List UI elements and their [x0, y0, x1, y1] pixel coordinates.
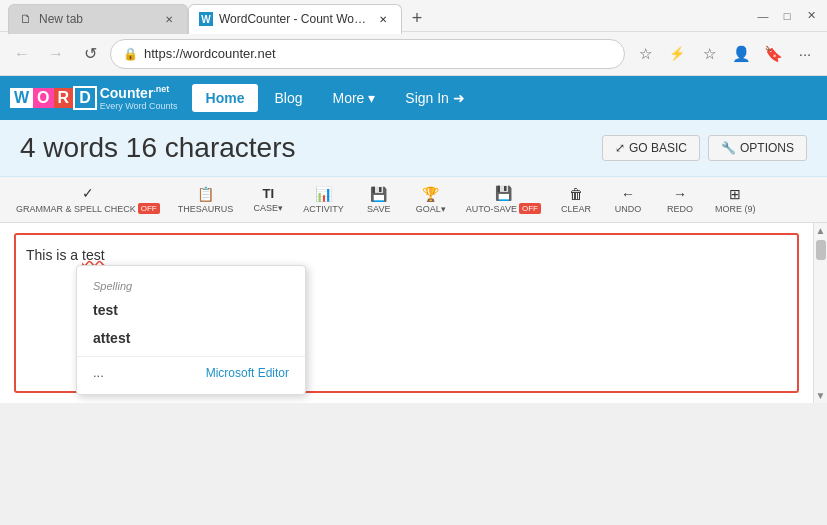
nav-menu: Home Blog More ▾ Sign In ➜ [192, 84, 479, 112]
goal-label: GOAL▾ [416, 204, 446, 214]
toolbar-more[interactable]: ⊞ MORE (9) [707, 182, 764, 218]
spell-suggestion-0[interactable]: test [77, 296, 305, 324]
stats-bar: 4 words 16 characters ⤢ GO BASIC 🔧 OPTIO… [0, 120, 827, 177]
content-wrapper: This is a test Spelling test attest ... … [0, 223, 827, 403]
tab-close-wordcounter[interactable]: ✕ [375, 11, 391, 27]
go-basic-icon: ⤢ [615, 141, 625, 155]
activity-label: ACTIVITY [303, 204, 344, 214]
nav-signin[interactable]: Sign In ➜ [391, 84, 478, 112]
logo-counter-text: Counter.net [100, 85, 178, 101]
tab-close-newtab[interactable]: ✕ [161, 11, 177, 27]
toolbar-case[interactable]: TI CASE▾ [243, 182, 293, 217]
favorites-icon[interactable]: ☆ [631, 40, 659, 68]
logo-r: R [54, 88, 74, 108]
thesaurus-icon: 📋 [197, 186, 214, 202]
more-menu-icon[interactable]: ··· [791, 40, 819, 68]
more-label: MORE (9) [715, 204, 756, 214]
lock-icon: 🔒 [123, 47, 138, 61]
scroll-track[interactable] [814, 236, 827, 390]
toolbar: ✓ GRAMMAR & SPELL CHECKOFF 📋 THESAURUS T… [0, 177, 827, 223]
save-label: SAVE [367, 204, 390, 214]
toolbar-clear[interactable]: 🗑 CLEAR [551, 182, 601, 218]
right-scrollbar[interactable]: ▲ ▼ [813, 223, 827, 403]
tab-label-wordcounter: WordCounter - Count Words &... [219, 12, 369, 26]
collections-icon[interactable]: ⚡ [663, 40, 691, 68]
title-bar: 🗋 New tab ✕ W WordCounter - Count Words … [0, 0, 827, 32]
editor-text-before: This is a [26, 247, 82, 263]
autosave-label: AUTO-SAVEOFF [466, 203, 541, 214]
thesaurus-label: THESAURUS [178, 204, 234, 214]
redo-icon: → [673, 186, 687, 202]
profile-icon[interactable]: 👤 [727, 40, 755, 68]
main-content: This is a test Spelling test attest ... … [0, 223, 813, 403]
logo-w: W [10, 88, 33, 108]
clear-label: CLEAR [561, 204, 591, 214]
grammar-label: GRAMMAR & SPELL CHECKOFF [16, 203, 160, 214]
address-text: https://wordcounter.net [144, 46, 612, 61]
forward-button[interactable]: → [42, 40, 70, 68]
go-basic-button[interactable]: ⤢ GO BASIC [602, 135, 700, 161]
grammar-icon: ✓ [82, 185, 94, 201]
stats-buttons: ⤢ GO BASIC 🔧 OPTIONS [602, 135, 807, 161]
toolbar-save[interactable]: 💾 SAVE [354, 182, 404, 218]
spell-popup: Spelling test attest ... Microsoft Edito… [76, 265, 306, 395]
nav-bar: ← → ↺ 🔒 https://wordcounter.net ☆ ⚡ ☆ 👤 … [0, 32, 827, 76]
reader-icon[interactable]: ☆ [695, 40, 723, 68]
editor-text: This is a test [26, 245, 787, 266]
options-icon: 🔧 [721, 141, 736, 155]
stats-count: 4 words 16 characters [20, 132, 295, 164]
editor-box[interactable]: This is a test Spelling test attest ... … [14, 233, 799, 393]
undo-label: UNDO [615, 204, 642, 214]
nav-right-buttons: ☆ ⚡ ☆ 👤 🔖 ··· [631, 40, 819, 68]
tab-wordcounter[interactable]: W WordCounter - Count Words &... ✕ [188, 4, 402, 34]
spell-footer: ... Microsoft Editor [77, 356, 305, 384]
logo-tagline: Every Word Counts [100, 101, 178, 111]
logo-d: D [73, 86, 97, 110]
spell-more: ... [93, 365, 104, 380]
toolbar-redo[interactable]: → REDO [655, 182, 705, 218]
back-button[interactable]: ← [8, 40, 36, 68]
tab-label-newtab: New tab [39, 12, 83, 26]
toolbar-goal[interactable]: 🏆 GOAL▾ [406, 182, 456, 218]
spell-ms-editor[interactable]: Microsoft Editor [206, 366, 289, 380]
scroll-thumb[interactable] [816, 240, 826, 260]
clear-icon: 🗑 [569, 186, 583, 202]
redo-label: REDO [667, 204, 693, 214]
tab-icon-wordcounter: W [199, 12, 213, 26]
toolbar-undo[interactable]: ← UNDO [603, 182, 653, 218]
favorites-bar-icon[interactable]: 🔖 [759, 40, 787, 68]
site-nav: WORD Counter.net Every Word Counts Home … [0, 76, 827, 120]
spell-suggestion-1[interactable]: attest [77, 324, 305, 352]
nav-home[interactable]: Home [192, 84, 259, 112]
options-button[interactable]: 🔧 OPTIONS [708, 135, 807, 161]
nav-more[interactable]: More ▾ [319, 84, 390, 112]
website-content: WORD Counter.net Every Word Counts Home … [0, 76, 827, 403]
grammar-badge: OFF [138, 203, 160, 214]
scroll-up-arrow[interactable]: ▲ [816, 225, 826, 236]
window-controls: — □ ✕ [755, 8, 819, 24]
toolbar-thesaurus[interactable]: 📋 THESAURUS [170, 182, 242, 218]
case-label: CASE▾ [253, 203, 283, 213]
refresh-button[interactable]: ↺ [76, 40, 104, 68]
maximize-button[interactable]: □ [779, 8, 795, 24]
tab-icon-newtab: 🗋 [19, 12, 33, 26]
more-icon: ⊞ [729, 186, 741, 202]
tab-newtab[interactable]: 🗋 New tab ✕ [8, 4, 188, 34]
autosave-badge: OFF [519, 203, 541, 214]
toolbar-autosave[interactable]: 💾 AUTO-SAVEOFF [458, 181, 549, 218]
address-bar[interactable]: 🔒 https://wordcounter.net [110, 39, 625, 69]
close-button[interactable]: ✕ [803, 8, 819, 24]
save-icon: 💾 [370, 186, 387, 202]
toolbar-activity[interactable]: 📊 ACTIVITY [295, 182, 352, 218]
editor-area: This is a test Spelling test attest ... … [0, 223, 813, 403]
logo-o: O [33, 88, 53, 108]
autosave-icon: 💾 [495, 185, 512, 201]
minimize-button[interactable]: — [755, 8, 771, 24]
goal-icon: 🏆 [422, 186, 439, 202]
scroll-down-arrow[interactable]: ▼ [816, 390, 826, 401]
undo-icon: ← [621, 186, 635, 202]
site-logo[interactable]: WORD Counter.net Every Word Counts [10, 85, 178, 111]
new-tab-button[interactable]: + [402, 4, 432, 34]
toolbar-grammar[interactable]: ✓ GRAMMAR & SPELL CHECKOFF [8, 181, 168, 218]
nav-blog[interactable]: Blog [260, 84, 316, 112]
